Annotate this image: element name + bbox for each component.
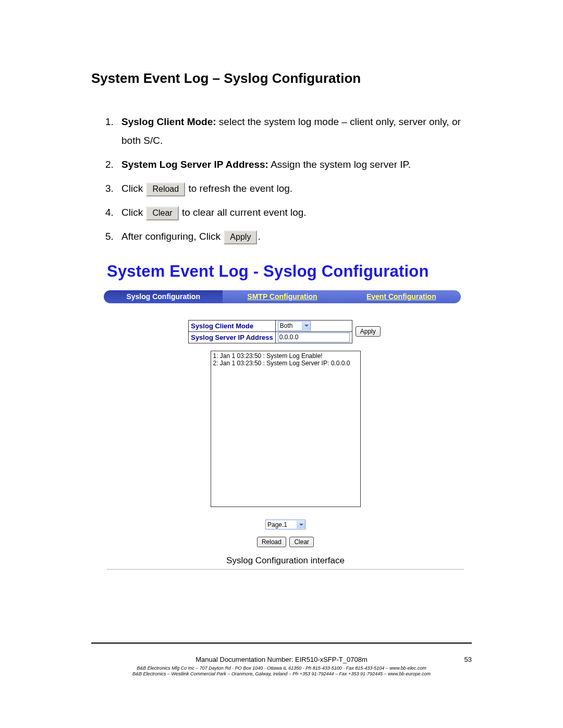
apply-button-illustration: Apply: [224, 230, 257, 244]
instruction-text: Click: [121, 207, 145, 218]
clear-button-illustration: Clear: [146, 206, 178, 220]
fine-line: B&B Electronics – Westlink Commercial Pa…: [63, 671, 500, 677]
select-syslog-client-mode[interactable]: Both: [278, 321, 311, 331]
instruction-text: to refresh the event log.: [186, 183, 292, 194]
tab-syslog-configuration[interactable]: Syslog Configuration: [104, 290, 223, 303]
doc-number: Manual Documentation Number: EIR510-xSFP…: [195, 656, 367, 663]
instruction-text: to clear all current event log.: [179, 207, 307, 218]
label-syslog-client-mode: Syslog Client Mode: [189, 320, 276, 331]
instruction-item: Click Reload to refresh the event log.: [116, 179, 480, 198]
instruction-item: After configuring, Click Apply.: [116, 227, 480, 246]
footer: Manual Documentation Number: EIR510-xSFP…: [91, 656, 472, 663]
footer-rule: [91, 643, 472, 644]
log-line: 2: Jan 1 03:23:50 : System Log Server IP…: [213, 360, 358, 367]
instruction-item: Syslog Client Mode: select the system lo…: [116, 113, 480, 150]
interface-screenshot: System Event Log - Syslog Configuration …: [107, 262, 464, 548]
instruction-text: .: [258, 231, 260, 242]
instruction-item: System Log Server IP Address: Assign the…: [116, 155, 480, 174]
instruction-text: After configuring, Click: [121, 231, 223, 242]
select-value: Page.1: [266, 521, 297, 528]
screenshot-heading: System Event Log - Syslog Configuration: [107, 262, 464, 281]
apply-button[interactable]: Apply: [356, 326, 381, 337]
config-form-table: Syslog Client Mode Both Apply Syslog Ser…: [188, 320, 383, 343]
label-syslog-server-ip: Syslog Server IP Address: [189, 331, 276, 343]
chevron-down-icon: [302, 322, 310, 330]
page-select[interactable]: Page.1: [265, 520, 305, 529]
instruction-text: Click: [121, 183, 145, 194]
instruction-text: Assign the system log server IP.: [268, 159, 411, 170]
event-log-area: 1: Jan 1 03:23:50 : System Log Enable! 2…: [211, 351, 361, 548]
form-area: Syslog Client Mode Both Apply Syslog Ser…: [107, 320, 464, 343]
figure-caption: Syslog Configuration interface: [107, 547, 464, 570]
page-number: 53: [464, 656, 472, 663]
bold-term: Syslog Client Mode:: [121, 116, 216, 127]
tab-smtp-configuration[interactable]: SMTP Configuration: [223, 290, 341, 303]
log-button-row: Reload Clear: [211, 537, 361, 547]
event-log-box[interactable]: 1: Jan 1 03:23:50 : System Log Enable! 2…: [211, 351, 361, 507]
clear-button[interactable]: Clear: [289, 537, 314, 547]
tab-event-configuration[interactable]: Event Configuration: [342, 290, 461, 303]
pager-row: Page.1: [211, 520, 361, 530]
log-line: 1: Jan 1 03:23:50 : System Log Enable!: [213, 352, 358, 360]
instruction-list: Syslog Client Mode: select the system lo…: [107, 113, 480, 246]
chevron-down-icon: [297, 521, 305, 528]
section-heading: System Event Log – Syslog Configuration: [91, 70, 480, 87]
select-value: Both: [278, 322, 302, 329]
document-page: System Event Log – Syslog Configuration …: [0, 0, 563, 728]
instruction-item: Click Clear to clear all current event l…: [116, 203, 480, 222]
reload-button-illustration: Reload: [146, 182, 185, 196]
fine-line: B&B Electronics Mfg Co Inc – 707 Dayton …: [63, 665, 500, 671]
fine-print: B&B Electronics Mfg Co Inc – 707 Dayton …: [63, 665, 500, 677]
bold-term: System Log Server IP Address:: [121, 159, 268, 170]
reload-button[interactable]: Reload: [257, 537, 286, 547]
input-syslog-server-ip[interactable]: [278, 332, 350, 342]
tab-bar: Syslog Configuration SMTP Configuration …: [104, 290, 461, 303]
